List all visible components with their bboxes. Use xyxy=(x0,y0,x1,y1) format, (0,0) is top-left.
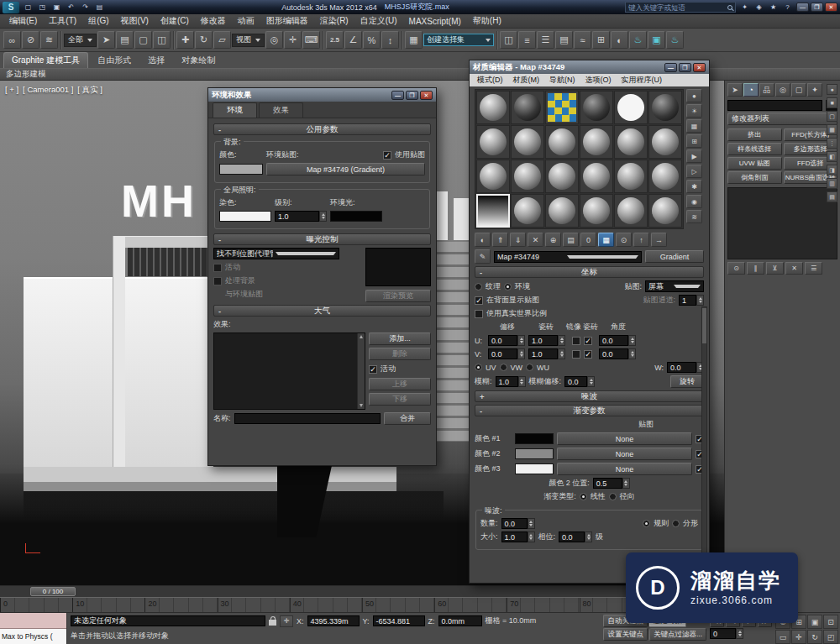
blur-offset-spinner[interactable]: 0.0 xyxy=(564,376,595,387)
sign-in-icon[interactable]: ✦ xyxy=(738,2,751,13)
env-minimize-button[interactable]: — xyxy=(391,91,404,100)
material-editor-menu-item[interactable]: 材质(M) xyxy=(508,75,545,86)
viewport-menu-plus[interactable]: [ + ] xyxy=(5,85,18,96)
field-of-view-icon[interactable]: ▭ xyxy=(775,630,790,644)
select-object-icon[interactable]: ➤ xyxy=(97,31,115,49)
environment-map-button[interactable]: Map #34749 (Gradient) xyxy=(266,163,425,175)
tab-environment[interactable]: 环境 xyxy=(213,102,257,118)
sample-slot[interactable] xyxy=(614,125,648,159)
viewport-menu-camera[interactable]: [ Camera001 ] xyxy=(23,85,73,96)
use-map-checkbox[interactable] xyxy=(383,151,391,160)
rollout-atmosphere[interactable]: 大气 xyxy=(213,305,431,317)
modifier-set-button[interactable]: 倒角剖面 xyxy=(727,171,782,184)
menu-item[interactable]: 编辑(E) xyxy=(3,15,43,27)
color2-swatch[interactable] xyxy=(515,448,554,459)
track-bar-ruler[interactable]: 0102030405060708090 xyxy=(0,597,724,612)
material-editor-titlebar[interactable]: 材质编辑器 - Map #34749 —❐✕ xyxy=(470,60,709,74)
current-frame-spinner[interactable]: 0 xyxy=(710,628,743,639)
video-color-check-icon[interactable]: ▶ xyxy=(686,149,702,163)
viewport-menu-shading[interactable]: [ 真实 ] xyxy=(77,85,102,96)
listener-macro-pane[interactable] xyxy=(0,613,66,629)
color1-swatch[interactable] xyxy=(515,433,554,444)
put-to-scene-icon[interactable]: ⇑ xyxy=(492,233,508,247)
save-icon[interactable]: ▣ xyxy=(50,2,63,13)
modifier-stack-list[interactable] xyxy=(727,187,837,259)
menu-item[interactable]: 创建(C) xyxy=(155,15,195,27)
tab-effects[interactable]: 效果 xyxy=(259,102,303,118)
show-end-result-stack-icon[interactable]: ∥ xyxy=(747,262,764,275)
select-by-name-icon[interactable]: ▤ xyxy=(116,31,134,49)
pick-material-eyedropper-icon[interactable]: ✎ xyxy=(475,249,491,264)
listener-text-pane[interactable]: Max to Physcs ( xyxy=(0,629,66,644)
v-tile-checkbox[interactable] xyxy=(584,350,592,359)
material-map-navigator-icon[interactable]: ≋ xyxy=(686,210,702,223)
time-slider-handle[interactable]: 0 / 100 xyxy=(30,587,76,596)
me-close-button[interactable]: ✕ xyxy=(693,63,706,72)
absolute-offset-toggle-icon[interactable]: ✛ xyxy=(280,615,293,627)
unlink-selection-icon[interactable]: ⊘ xyxy=(22,31,39,49)
sample-slot[interactable] xyxy=(545,194,579,228)
ribbon-panel-polymodeling[interactable]: 多边形建模 xyxy=(6,69,46,80)
menu-item[interactable]: 工具(T) xyxy=(43,15,82,27)
make-copy-icon[interactable]: ⊕ xyxy=(545,233,561,247)
schematic-view-icon[interactable]: ⊞ xyxy=(592,31,610,49)
sample-slot[interactable] xyxy=(614,91,648,124)
rollout-noise-collapsed[interactable]: 噪波 xyxy=(475,390,704,402)
sample-slot[interactable] xyxy=(648,160,682,193)
vw-radio[interactable] xyxy=(500,364,507,371)
v-tiling-spinner[interactable]: 1.0 xyxy=(528,348,565,359)
sample-slot[interactable] xyxy=(580,194,613,228)
named-selection-set-field[interactable]: 创建选择集 xyxy=(423,34,494,46)
minimize-button[interactable]: — xyxy=(796,3,809,12)
edit-named-sets-icon[interactable]: ▦ xyxy=(405,31,423,49)
rollout-common-parameters[interactable]: 公用参数 xyxy=(213,123,431,135)
menu-item[interactable]: 组(G) xyxy=(82,15,114,27)
color3-swatch[interactable] xyxy=(515,463,554,474)
rollout-gradient-parameters[interactable]: 渐变参数 xyxy=(475,405,704,416)
zoom-extents-icon[interactable]: ▣ xyxy=(807,615,822,629)
ribbon-tab-freeform[interactable]: 自由形式 xyxy=(90,53,139,68)
material-editor-scrollbar[interactable] xyxy=(701,306,707,579)
menu-item[interactable]: 修改器 xyxy=(195,15,232,27)
noise-regular-radio[interactable] xyxy=(643,520,650,527)
effect-active-checkbox[interactable] xyxy=(369,365,377,374)
v-offset-spinner[interactable]: 0.0 xyxy=(488,348,525,359)
sample-slot[interactable] xyxy=(511,160,544,193)
ambient-color-swatch[interactable] xyxy=(330,211,382,222)
sample-slot[interactable] xyxy=(614,160,648,193)
select-and-scale-icon[interactable]: ▱ xyxy=(213,31,231,49)
select-and-link-icon[interactable]: ∞ xyxy=(3,31,21,49)
z-coordinate-field[interactable]: 0.0mm xyxy=(438,615,482,626)
dock-grid-icon[interactable]: ▦ xyxy=(827,124,837,135)
sample-slot[interactable] xyxy=(476,125,510,159)
dock-box-icon[interactable]: ■ xyxy=(827,97,837,108)
tint-color-swatch[interactable] xyxy=(219,211,271,222)
configure-modifier-sets-icon[interactable]: ☰ xyxy=(805,262,822,275)
modifier-set-button[interactable]: 样条线选择 xyxy=(727,143,782,155)
radial-radio[interactable] xyxy=(609,493,617,500)
delete-effect-button[interactable]: 删除 xyxy=(369,348,431,360)
v-mirror-checkbox[interactable] xyxy=(572,350,580,359)
sample-slot[interactable] xyxy=(614,194,648,228)
menu-item[interactable]: 动画 xyxy=(232,15,260,27)
menu-item[interactable]: 图形编辑器 xyxy=(260,15,314,27)
reference-coordinate-dropdown[interactable]: 视图 xyxy=(232,34,265,47)
real-world-scale-checkbox[interactable] xyxy=(475,310,483,318)
get-material-icon[interactable]: ◐ xyxy=(475,233,491,247)
sample-slot[interactable] xyxy=(511,125,544,159)
snaps-toggle[interactable]: 2.5 xyxy=(326,31,344,49)
x-coordinate-field[interactable]: 4395.339m xyxy=(307,615,360,626)
background-color-swatch[interactable] xyxy=(219,164,263,175)
graphite-toggle-icon[interactable]: ▤ xyxy=(555,31,573,49)
dock-half-right-icon[interactable]: ◨ xyxy=(827,165,837,175)
go-forward-icon[interactable]: → xyxy=(651,233,667,247)
key-filters-button[interactable]: 关键点过滤器... xyxy=(649,628,706,641)
level-spinner[interactable]: 1.0 xyxy=(275,211,327,222)
time-slider-track[interactable]: 0 / 100 xyxy=(0,585,724,597)
show-map-in-viewport-icon[interactable]: ▦ xyxy=(598,233,614,247)
me-maximize-button[interactable]: ❐ xyxy=(679,63,691,72)
sample-slot[interactable] xyxy=(511,194,544,228)
sample-slot[interactable] xyxy=(476,194,510,228)
mapping-dropdown[interactable]: 屏幕 xyxy=(645,280,704,292)
environment-radio[interactable] xyxy=(504,283,512,291)
